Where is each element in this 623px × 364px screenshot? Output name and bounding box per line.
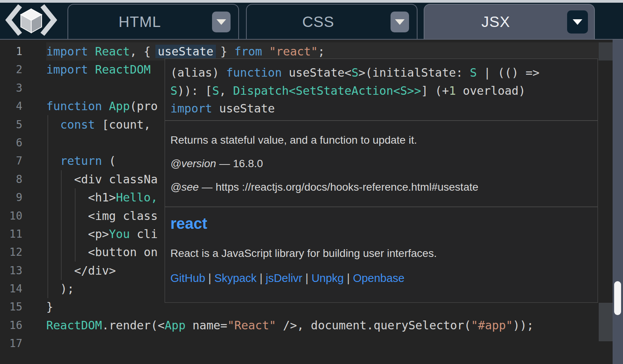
line-number: 12 — [0, 243, 46, 261]
window-top-edge — [0, 0, 623, 3]
code-token — [102, 99, 109, 113]
code-token: cli — [130, 227, 158, 241]
code-line-content: import React, { useState } from "react"; — [46, 42, 599, 60]
line-number: 17 — [0, 334, 46, 352]
signature-line: S)): [S, Dispatch<SetStateAction<S>>] (+… — [170, 82, 592, 100]
code-token: You — [109, 227, 130, 241]
tab-jsx-label: JSX — [424, 5, 567, 39]
code-token — [88, 63, 95, 76]
tooltip-signature: (alias) function useState<S>(initialStat… — [165, 59, 598, 120]
tab-css-label: CSS — [247, 5, 390, 39]
code-token: S — [352, 66, 359, 79]
dash: — — [219, 158, 230, 169]
code-token: , — [219, 84, 233, 97]
code-token: Dispatch<SetStateAction<S>> — [233, 84, 421, 97]
package-links: GitHub | Skypack | jsDelivr | Unpkg | Op… — [170, 272, 592, 285]
link-github[interactable]: GitHub — [170, 272, 205, 284]
version-tag: @version — [170, 158, 216, 169]
code-token: name= — [185, 319, 227, 332]
code-cube-logo-icon — [5, 3, 57, 37]
code-token: <p> — [46, 227, 109, 241]
tab-css-dropdown-button[interactable] — [391, 12, 409, 32]
code-token: import — [170, 102, 212, 115]
line-number: 5 — [0, 116, 46, 134]
tab-jsx[interactable]: JSX — [424, 4, 595, 39]
line-number: 1 — [0, 42, 46, 60]
editor-scrollbar-marker — [599, 42, 613, 60]
code-token: )): [ — [177, 84, 212, 97]
chevron-down-icon — [572, 19, 583, 25]
code-token: | (() => — [477, 66, 540, 79]
line-number: 14 — [0, 280, 46, 298]
line-number: 7 — [0, 152, 46, 170]
doc-summary: Returns a stateful value, and a function… — [170, 134, 592, 147]
code-token: >(initialState: — [359, 66, 470, 79]
tab-html[interactable]: HTML — [67, 4, 239, 39]
line-number: 6 — [0, 134, 46, 152]
tooltip-docs: Returns a stateful value, and a function… — [165, 121, 598, 206]
see-tag: @see — [170, 181, 199, 193]
line-number: 4 — [0, 97, 46, 115]
code-token: .render(< — [102, 319, 165, 332]
page-scrollbar-thumb[interactable] — [614, 281, 621, 315]
link-openbase[interactable]: Openbase — [353, 272, 404, 284]
doc-version: @version — 16.8.0 — [170, 157, 592, 170]
code-token: [count, — [95, 118, 151, 131]
editor-scrollbar-thumb[interactable] — [599, 303, 613, 341]
code-line-content — [46, 334, 599, 352]
code-token: />, document.querySelector( — [276, 319, 471, 332]
code-token: import — [46, 45, 88, 58]
link-skypack[interactable]: Skypack — [214, 272, 257, 284]
indent-guide — [47, 115, 48, 298]
code-token: </div> — [46, 264, 116, 277]
code-token: useState< — [282, 66, 352, 79]
see-url: https ://reactjs.org/docs/hooks-referenc… — [216, 181, 478, 193]
tab-css[interactable]: CSS — [246, 4, 418, 39]
line-number: 11 — [0, 225, 46, 243]
code-line[interactable]: 17 — [0, 334, 599, 352]
hover-tooltip: (alias) function useState<S>(initialStat… — [165, 59, 598, 303]
code-token: const — [60, 118, 95, 131]
code-line-content: ReactDOM.render(<App name="React" />, do… — [46, 316, 599, 334]
code-token — [46, 118, 60, 131]
code-token: overload) — [456, 84, 526, 97]
code-token: } — [214, 45, 234, 58]
code-token: ); — [46, 282, 74, 295]
link-separator: | — [205, 272, 214, 284]
tab-html-dropdown-button[interactable] — [212, 12, 231, 32]
line-number: 8 — [0, 170, 46, 188]
code-token: ] (+ — [421, 84, 449, 97]
tab-html-label: HTML — [68, 5, 211, 39]
code-token — [46, 154, 60, 168]
code-token: return — [60, 154, 102, 168]
tab-bar: HTML CSS JSX — [0, 3, 623, 40]
tab-jsx-dropdown-button[interactable] — [567, 10, 588, 34]
code-token: S — [470, 66, 477, 79]
page-scrollbar-track[interactable] — [613, 40, 623, 364]
code-token: <div classNa — [46, 173, 158, 186]
line-number: 13 — [0, 262, 46, 280]
code-token: App — [109, 99, 130, 113]
code-token: from — [234, 45, 262, 58]
code-token: useState — [158, 45, 214, 58]
code-token: <button on — [46, 245, 158, 259]
package-description: React is a JavaScript library for buildi… — [170, 247, 592, 260]
link-jsdelivr[interactable]: jsDelivr — [266, 272, 302, 284]
code-line[interactable]: 1import React, { useState } from "react"… — [0, 42, 599, 60]
code-token: S — [170, 84, 177, 97]
code-token — [262, 45, 269, 58]
code-token: App — [165, 319, 185, 332]
line-number: 15 — [0, 298, 46, 316]
version-value: 16.8.0 — [233, 158, 263, 169]
link-unpkg[interactable]: Unpkg — [312, 272, 344, 284]
code-token: function — [46, 99, 102, 113]
code-token: (pro — [130, 99, 158, 113]
code-token: <h1> — [46, 191, 116, 204]
signature-line: (alias) function useState<S>(initialStat… — [170, 64, 592, 82]
signature-line: import useState — [170, 100, 592, 118]
link-separator: | — [302, 272, 312, 284]
code-line[interactable]: 16ReactDOM.render(<App name="React" />, … — [0, 316, 599, 334]
line-number: 16 — [0, 316, 46, 334]
line-number: 10 — [0, 207, 46, 225]
code-token: , { — [130, 45, 158, 58]
